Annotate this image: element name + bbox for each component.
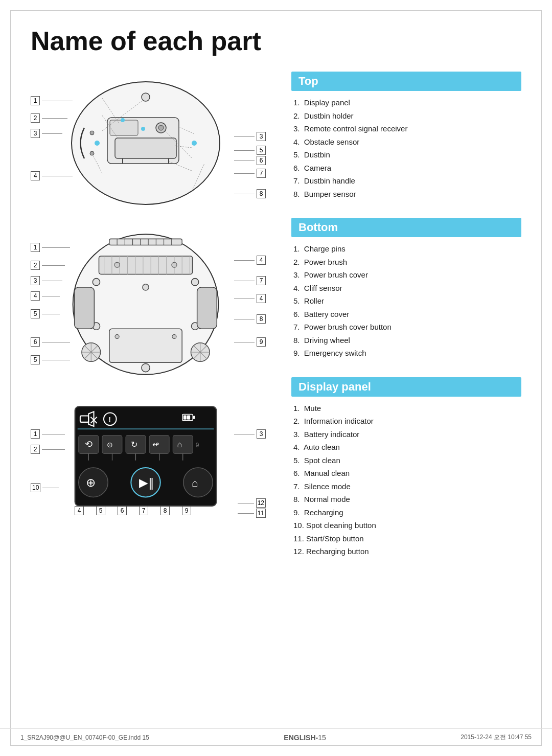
bottom-item-1: 1. Charge pins xyxy=(291,242,521,256)
top-section: Top 1. Display panel 2. Dustbin holder 3… xyxy=(291,72,521,200)
display-diagram-block: 1 2 10 3 xyxy=(31,396,276,516)
svg-rect-34 xyxy=(99,256,193,274)
panel-label-11: 11 xyxy=(238,509,266,518)
svg-rect-53 xyxy=(75,287,95,329)
top-label-3-right: 3 xyxy=(234,132,266,141)
bottom-item-7: 7. Power brush cover button xyxy=(291,320,521,334)
svg-point-13 xyxy=(90,131,94,135)
svg-rect-25 xyxy=(109,239,182,245)
bottom-item-5: 5. Roller xyxy=(291,294,521,308)
top-label-5: 5 xyxy=(234,146,266,155)
svg-point-10 xyxy=(141,127,145,131)
svg-point-48 xyxy=(172,262,177,267)
svg-rect-78 xyxy=(193,416,195,419)
display-section-header: Display panel xyxy=(291,377,521,397)
panel-label-10: 10 xyxy=(31,483,59,492)
svg-text:⊙: ⊙ xyxy=(107,441,113,449)
display-item-11: 11. Start/Stop button xyxy=(291,532,521,545)
display-section-list: 1. Mute 2. Information indicator 3. Batt… xyxy=(291,402,521,558)
svg-text:⊕: ⊕ xyxy=(86,476,96,489)
display-item-6: 6. Manual clean xyxy=(291,467,521,480)
svg-rect-80 xyxy=(187,416,190,420)
svg-text:▶‖: ▶‖ xyxy=(139,476,154,490)
top-item-3: 3. Remote control signal receiver xyxy=(291,122,521,135)
bottom-label-4-right: 4 xyxy=(234,256,266,265)
svg-rect-55 xyxy=(109,329,182,362)
bottom-label-2: 2 xyxy=(31,261,65,270)
svg-text:⟲: ⟲ xyxy=(85,439,93,449)
svg-text:↻: ↻ xyxy=(131,440,137,449)
top-label-8: 8 xyxy=(234,189,266,198)
svg-point-47 xyxy=(114,262,120,267)
panel-label-3: 3 xyxy=(234,429,266,439)
top-label-2: 2 xyxy=(31,113,67,123)
top-item-4: 4. Obstacle sensor xyxy=(291,135,521,149)
left-column: 1 2 3 4 xyxy=(31,72,276,558)
bottom-section-header: Bottom xyxy=(291,218,521,237)
content-area: 1 2 3 4 xyxy=(31,72,521,558)
bottom-label-9: 9 xyxy=(234,337,266,347)
top-item-5: 5. Dustbin xyxy=(291,148,521,162)
bottom-section: Bottom 1. Charge pins 2. Power brush 3. … xyxy=(291,218,521,360)
bottom-label-3: 3 xyxy=(31,276,62,285)
svg-point-50 xyxy=(191,279,198,286)
display-item-2: 2. Information indicator xyxy=(291,415,521,428)
top-item-6: 6. Camera xyxy=(291,162,521,175)
bottom-label-5: 5 xyxy=(31,309,60,318)
svg-rect-54 xyxy=(197,287,217,329)
svg-text:⌂: ⌂ xyxy=(177,440,182,449)
top-section-header: Top xyxy=(291,72,521,91)
bottom-diagram-block: 1 2 3 4 5 xyxy=(31,222,276,381)
display-item-1: 1. Mute xyxy=(291,402,521,415)
top-item-2: 2. Dustbin holder xyxy=(291,109,521,123)
right-column: Top 1. Display panel 2. Dustbin holder 3… xyxy=(291,72,521,558)
bottom-item-2: 2. Power brush xyxy=(291,256,521,269)
footer-page-num: ENGLISH-15 xyxy=(284,734,326,742)
page-number: 15 xyxy=(318,734,326,742)
display-item-9: 9. Recharging xyxy=(291,506,521,519)
page: Name of each part 1 2 3 xyxy=(0,0,552,756)
svg-point-11 xyxy=(192,141,197,146)
svg-text:⌂: ⌂ xyxy=(192,477,198,489)
bottom-item-4: 4. Cliff sensor xyxy=(291,282,521,295)
display-section: Display panel 1. Mute 2. Information ind… xyxy=(291,377,521,558)
svg-point-56 xyxy=(115,334,119,338)
bottom-section-list: 1. Charge pins 2. Power brush 3. Power b… xyxy=(291,242,521,360)
svg-text:9: 9 xyxy=(195,442,199,449)
bottom-item-8: 8. Driving wheel xyxy=(291,334,521,347)
page-footer: 1_SR2AJ90@@U_EN_00740F-00_GE.indd 15 ENG… xyxy=(0,728,552,742)
display-item-10: 10. Spot cleaning button xyxy=(291,519,521,532)
panel-view-svg: ! ⟲ xyxy=(72,404,220,509)
top-diagram-block: 1 2 3 4 xyxy=(31,72,276,207)
svg-point-49 xyxy=(93,279,100,286)
svg-point-12 xyxy=(142,93,150,101)
panel-label-2: 2 xyxy=(31,445,65,454)
svg-text:↫: ↫ xyxy=(152,440,159,449)
panel-label-1: 1 xyxy=(31,429,65,439)
svg-rect-5 xyxy=(115,138,176,158)
display-item-7: 7. Silence mode xyxy=(291,480,521,493)
footer-right: 2015-12-24 오전 10:47 55 xyxy=(461,733,532,742)
bottom-item-9: 9. Emergency switch xyxy=(291,347,521,360)
top-section-list: 1. Display panel 2. Dustbin holder 3. Re… xyxy=(291,96,521,200)
footer-left: 1_SR2AJ90@@U_EN_00740F-00_GE.indd 15 xyxy=(20,734,149,741)
page-title: Name of each part xyxy=(31,26,521,56)
display-item-12: 12. Recharging button xyxy=(291,545,521,558)
svg-point-57 xyxy=(172,334,176,338)
bottom-label-4-left: 4 xyxy=(31,291,60,301)
svg-point-59 xyxy=(142,363,150,372)
top-label-6: 6 xyxy=(234,156,266,165)
svg-point-8 xyxy=(95,141,100,146)
top-item-8: 8. Bumper sensor xyxy=(291,188,521,201)
panel-label-12: 12 xyxy=(238,498,266,508)
top-label-7: 7 xyxy=(234,169,266,178)
svg-point-4 xyxy=(158,125,164,130)
bottom-label-4-right2: 4 xyxy=(234,294,266,303)
bottom-label-7: 7 xyxy=(234,276,266,285)
top-item-7: 7. Dustbin handle xyxy=(291,174,521,188)
svg-rect-90 xyxy=(173,436,193,454)
svg-point-9 xyxy=(121,118,125,122)
bottom-view-svg xyxy=(64,227,227,383)
top-label-3-left: 3 xyxy=(31,129,62,138)
display-item-3: 3. Battery indicator xyxy=(291,428,521,441)
